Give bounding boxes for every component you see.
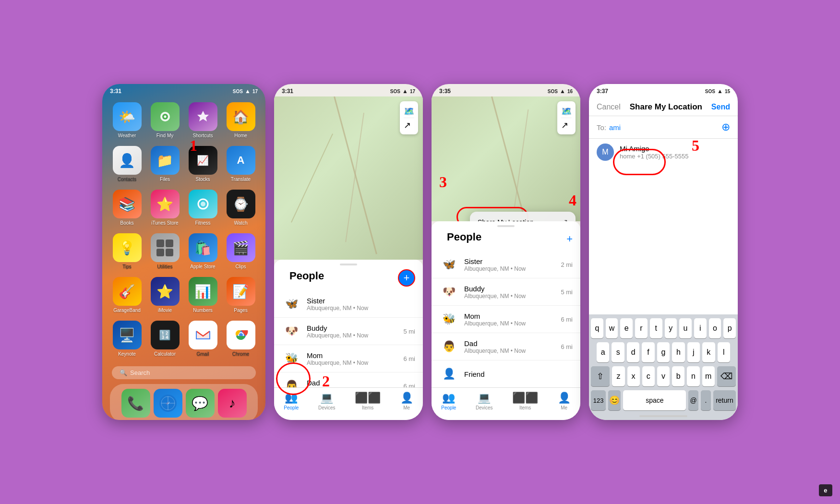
tab-people-2[interactable]: 👥 People — [284, 392, 299, 410]
key-b[interactable]: b — [672, 366, 684, 386]
bottom-sheet-3: People + 🦋 Sister Albuquerque, NM • Now … — [432, 221, 580, 387]
add-recipient-button[interactable]: ⊕ — [721, 121, 730, 133]
person-friend-3[interactable]: 👤 Friend — [432, 360, 580, 387]
key-y[interactable]: y — [665, 318, 677, 338]
person-dad-2[interactable]: 👨 Dad Albuquerque, NM • Now 6 mi — [274, 372, 423, 387]
engadget-watermark: e — [819, 484, 832, 496]
key-l[interactable]: l — [718, 342, 730, 362]
key-h[interactable]: h — [672, 342, 684, 362]
app-fitness[interactable]: Fitness — [186, 190, 220, 226]
tab-people-3[interactable]: 👥 People — [441, 392, 456, 410]
app-imovie[interactable]: ⭐ iMovie — [148, 277, 182, 313]
app-itunes[interactable]: ⭐ iTunes Store — [148, 190, 182, 226]
app-keynote[interactable]: 🖥️ Keynote — [110, 321, 144, 357]
contact-suggestion-4[interactable]: M Mi Amigo home +1 (505) 555-5555 — [589, 139, 738, 166]
app-home[interactable]: 🏠 Home — [224, 102, 258, 138]
app-appstore[interactable]: 🛍️ Apple Store — [186, 233, 220, 269]
tab-items-2[interactable]: ⬛⬛ Items — [355, 392, 381, 410]
app-weather[interactable]: 🌤️ Weather — [110, 102, 144, 138]
plus-button-2[interactable]: + — [398, 269, 415, 287]
key-w[interactable]: w — [606, 318, 618, 338]
key-123[interactable]: 123 — [591, 390, 606, 410]
key-o[interactable]: o — [709, 318, 721, 338]
map-controls[interactable]: 🗺️ ↗ — [400, 101, 418, 134]
app-translate[interactable]: A Translate — [224, 146, 258, 182]
person-sister-3[interactable]: 🦋 Sister Albuquerque, NM • Now 2 mi — [432, 251, 580, 278]
key-k[interactable]: k — [702, 342, 715, 362]
sister-name-2: Sister — [307, 297, 415, 305]
key-i[interactable]: i — [694, 318, 707, 338]
key-c[interactable]: c — [642, 366, 655, 386]
key-space[interactable]: space — [623, 390, 686, 410]
key-d[interactable]: d — [627, 342, 639, 362]
app-utilities[interactable]: Utilities — [148, 233, 182, 269]
key-return[interactable]: return — [713, 390, 736, 410]
dock-phone[interactable]: 📞 — [121, 389, 150, 418]
to-input-4[interactable]: ami — [609, 123, 621, 132]
tab-devices-2[interactable]: 💻 Devices — [318, 392, 336, 410]
dock-music[interactable]: ♪ — [218, 389, 247, 418]
dad-sub-3: Albuquerque, NM • Now — [464, 348, 555, 354]
search-bar[interactable]: 🔍 Search — [112, 366, 256, 379]
app-findmy[interactable]: Find My — [148, 102, 182, 138]
key-g[interactable]: g — [657, 342, 670, 362]
tab-devices-3[interactable]: 💻 Devices — [476, 392, 493, 410]
chrome-label: Chrome — [232, 351, 250, 357]
key-v[interactable]: v — [657, 366, 670, 386]
app-calculator[interactable]: 🔢 Calculator — [148, 321, 182, 357]
key-t[interactable]: t — [650, 318, 662, 338]
key-dot[interactable]: . — [701, 390, 711, 410]
app-garageband[interactable]: 🎸 GarageBand — [110, 277, 144, 313]
app-files[interactable]: 📁 Files — [148, 146, 182, 182]
person-mom-2[interactable]: 🐝 Mom Albuquerque, NM • Now 6 mi — [274, 345, 423, 372]
key-s[interactable]: s — [612, 342, 624, 362]
person-mom-3[interactable]: 🐝 Mom Albuquerque, NM • Now 6 mi — [432, 306, 580, 333]
person-buddy-2[interactable]: 🐶 Buddy Albuquerque, NM • Now 5 mi — [274, 318, 423, 345]
app-tips[interactable]: 💡 Tips — [110, 233, 144, 269]
key-q[interactable]: q — [591, 318, 603, 338]
key-shift[interactable]: ⇧ — [591, 366, 610, 386]
key-r[interactable]: r — [635, 318, 648, 338]
send-button-4[interactable]: Send — [711, 103, 730, 111]
menu-share-location[interactable]: Share My Location ↗ — [470, 212, 576, 221]
home-indicator-4 — [591, 412, 736, 418]
key-p[interactable]: p — [723, 318, 736, 338]
dad-name-3: Dad — [464, 339, 555, 348]
key-emoji[interactable]: 😊 — [608, 390, 621, 410]
key-u[interactable]: u — [679, 318, 692, 338]
person-dad-3[interactable]: 👨 Dad Albuquerque, NM • Now 6 mi — [432, 333, 580, 360]
tab-me-3[interactable]: 👤 Me — [558, 392, 571, 410]
app-numbers[interactable]: 📊 Numbers — [186, 277, 220, 313]
key-j[interactable]: j — [687, 342, 700, 362]
status-bar-1: 3:31 SOS ▲ 17 — [102, 84, 265, 96]
dock-messages[interactable]: 💬 — [186, 389, 215, 418]
app-contacts[interactable]: 👤 Contacts — [110, 146, 144, 182]
messages-icon: 💬 — [186, 389, 215, 418]
key-delete[interactable]: ⌫ — [717, 366, 736, 386]
key-z[interactable]: z — [612, 366, 624, 386]
app-watch[interactable]: ⌚ Watch — [224, 190, 258, 226]
key-e[interactable]: e — [620, 318, 633, 338]
person-buddy-3[interactable]: 🐶 Buddy Albuquerque, NM • Now 5 mi — [432, 278, 580, 306]
app-gmail[interactable]: Gmail — [186, 321, 220, 357]
app-books[interactable]: 📚 Books — [110, 190, 144, 226]
app-shortcuts[interactable]: Shortcuts — [186, 102, 220, 138]
dock-safari[interactable] — [154, 389, 182, 418]
app-pages[interactable]: 📝 Pages — [224, 277, 258, 313]
map-controls-3[interactable]: 🗺️ ↗ — [557, 101, 576, 134]
key-n[interactable]: n — [687, 366, 699, 386]
cancel-button-4[interactable]: Cancel — [597, 103, 621, 111]
tab-items-3[interactable]: ⬛⬛ Items — [512, 392, 538, 410]
key-at[interactable]: @ — [688, 390, 698, 410]
kb-row-1: q w e r t y u i o p — [591, 318, 736, 338]
app-clips[interactable]: 🎬 Clips — [224, 233, 258, 269]
app-chrome[interactable]: Chrome — [224, 321, 258, 357]
app-stocks[interactable]: 📈 Stocks — [186, 146, 220, 182]
tab-me-2[interactable]: 👤 Me — [400, 392, 413, 410]
key-x[interactable]: x — [627, 366, 640, 386]
person-sister-2[interactable]: 🦋 Sister Albuquerque, NM • Now — [274, 290, 423, 318]
key-a[interactable]: a — [597, 342, 609, 362]
plus-icon-3[interactable]: + — [566, 233, 573, 245]
key-f[interactable]: f — [642, 342, 654, 362]
key-m[interactable]: m — [702, 366, 715, 386]
